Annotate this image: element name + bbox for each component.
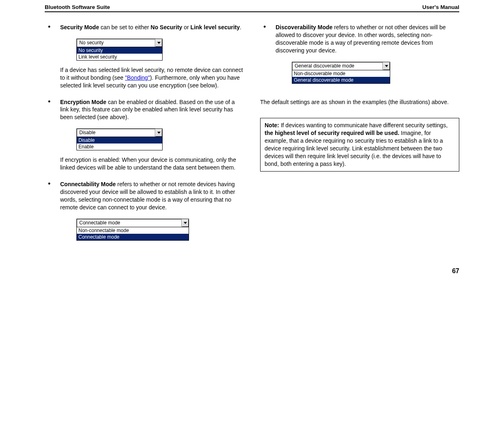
text: or (182, 24, 190, 30)
combo-option[interactable]: Connectable mode (77, 234, 189, 240)
combo-option[interactable]: Disable (77, 137, 162, 143)
combo-list: Non-connectable mode Connectable mode (76, 227, 189, 241)
combo-list: Non-discoverable mode General discoverab… (292, 70, 390, 84)
combo-option[interactable]: Enable (77, 143, 162, 150)
combo-value: Connectable mode (77, 219, 181, 227)
connectability-intro: Connectability Mode refers to whether or… (60, 180, 244, 211)
combo-value: General discoverable mode (292, 62, 382, 70)
note-box: Note: If devices wanting to communicate … (260, 118, 459, 171)
discoverability-intro: Discoverability Mode refers to whether o… (276, 24, 459, 54)
combo-option[interactable]: Non-discoverable mode (292, 70, 390, 77)
chevron-down-icon[interactable] (155, 129, 162, 137)
combo-list: No security Link level security (76, 47, 163, 61)
chevron-down-icon[interactable] (155, 39, 162, 47)
connectability-mode-combo[interactable]: Connectable mode Non-connectable mode Co… (76, 219, 189, 241)
page-number: 67 (45, 267, 459, 275)
combo-option[interactable]: Link level security (77, 54, 162, 60)
combo-option[interactable]: No security (77, 47, 162, 54)
bullet-security: Security Mode can be set to either No Se… (45, 24, 244, 89)
text-bold: Security Mode (60, 24, 99, 30)
security-intro: Security Mode can be set to either No Se… (60, 24, 244, 31)
text-bold: Encryption Mode (60, 99, 106, 105)
encryption-mode-combo[interactable]: Disable Disable Enable (76, 128, 163, 150)
text-bold: Link level security (191, 24, 240, 30)
encryption-intro: Encryption Mode can be enabled or disabl… (60, 98, 244, 122)
combo-value: No security (77, 39, 155, 47)
right-column: Discoverability Mode refers to whether o… (260, 24, 459, 255)
defaults-paragraph: The default settings are as shown in the… (260, 98, 459, 106)
combo-option[interactable]: Non-connectable mode (77, 227, 189, 234)
bullet-encryption: Encryption Mode can be enabled or disabl… (45, 98, 244, 172)
header-left: Bluetooth Software Suite (45, 4, 110, 10)
text: If devices wanting to communicate have d… (279, 122, 448, 128)
page-header: Bluetooth Software Suite User's Manual (45, 4, 459, 11)
bullet-connectability: Connectability Mode refers to whether or… (45, 180, 244, 246)
chevron-down-icon[interactable] (181, 219, 189, 227)
combo-value: Disable (77, 129, 155, 137)
security-para2: If a device has selected link level secu… (60, 66, 244, 89)
text-bold: Discoverability Mode (276, 24, 332, 30)
security-mode-combo[interactable]: No security No security Link level secur… (76, 39, 163, 61)
chevron-down-icon[interactable] (382, 62, 390, 70)
bullet-discoverability: Discoverability Mode refers to whether o… (260, 24, 459, 89)
text-bold: the highest level of security required w… (265, 130, 399, 136)
discoverability-mode-combo[interactable]: General discoverable mode Non-discoverab… (292, 62, 390, 84)
left-column: Security Mode can be set to either No Se… (45, 24, 244, 255)
combo-option[interactable]: General discoverable mode (292, 77, 390, 83)
bonding-link[interactable]: "Bonding" (125, 74, 150, 81)
header-rule (45, 11, 459, 12)
header-right: User's Manual (422, 4, 459, 10)
text: can be set to either (99, 24, 151, 30)
encryption-para2: If encryption is enabled: When your devi… (60, 156, 244, 172)
text: . (240, 24, 241, 30)
text-bold: Connectability Mode (60, 181, 116, 187)
text-bold: No Security (151, 24, 182, 30)
combo-list: Disable Enable (76, 137, 163, 150)
note-label: Note: (265, 122, 279, 128)
